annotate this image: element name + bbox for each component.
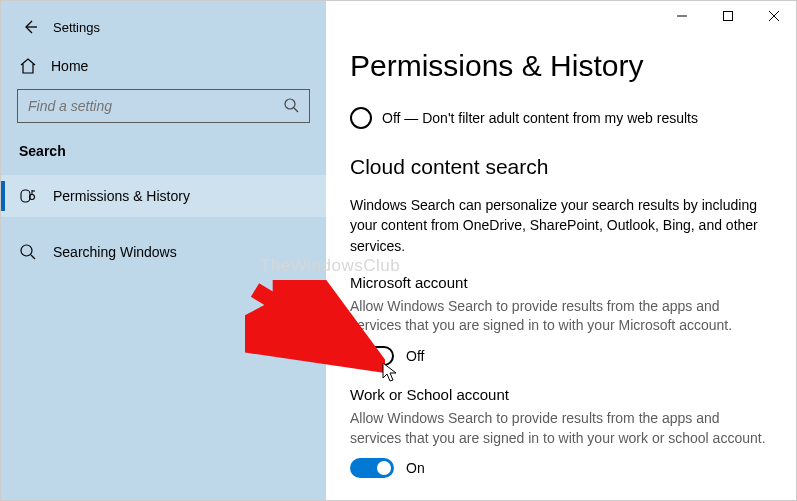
find-setting-search[interactable] [17,89,310,123]
sidebar-home[interactable]: Home [1,39,326,89]
ms-account-toggle-state: Off [406,348,424,364]
ms-account-toggle[interactable] [350,346,394,366]
home-icon [19,57,37,75]
ms-account-title: Microsoft account [350,274,772,291]
svg-line-8 [31,255,35,259]
svg-line-2 [294,108,298,112]
section-heading-cloud: Cloud content search [350,155,772,179]
svg-rect-3 [21,190,30,202]
shield-key-icon [19,187,37,205]
ms-account-desc: Allow Windows Search to provide results … [350,297,772,336]
search-input[interactable] [28,98,283,114]
sidebar-item-label: Permissions & History [53,188,190,204]
safesearch-off-option[interactable]: Off — Don't filter adult content from my… [350,107,772,129]
minimize-button[interactable] [659,0,705,32]
section-description: Windows Search can personalize your sear… [350,195,772,256]
page-title: Permissions & History [350,49,772,83]
work-account-title: Work or School account [350,386,772,403]
svg-point-1 [285,99,295,109]
radio-label: Off — Don't filter adult content from my… [382,110,698,126]
svg-rect-10 [724,12,733,21]
work-account-desc: Allow Windows Search to provide results … [350,409,772,448]
sidebar-item-label: Searching Windows [53,244,177,260]
radio-icon [350,107,372,129]
maximize-button[interactable] [705,0,751,32]
svg-point-7 [21,245,32,256]
work-account-toggle[interactable] [350,458,394,478]
settings-window: Settings Home Search Permissions & Histo… [0,0,797,501]
sidebar-item-searching-windows[interactable]: Searching Windows [1,231,326,273]
window-title: Settings [53,20,100,35]
back-icon[interactable] [21,19,39,35]
sidebar: Settings Home Search Permissions & Histo… [1,1,326,500]
home-label: Home [51,58,88,74]
window-controls [659,0,797,32]
sidebar-section-label: Search [1,137,326,175]
sidebar-item-permissions-history[interactable]: Permissions & History [1,175,326,217]
close-button[interactable] [751,0,797,32]
search-icon [19,243,37,261]
search-icon [283,97,299,116]
main-content: Permissions & History Off — Don't filter… [326,1,796,500]
work-account-toggle-state: On [406,460,425,476]
